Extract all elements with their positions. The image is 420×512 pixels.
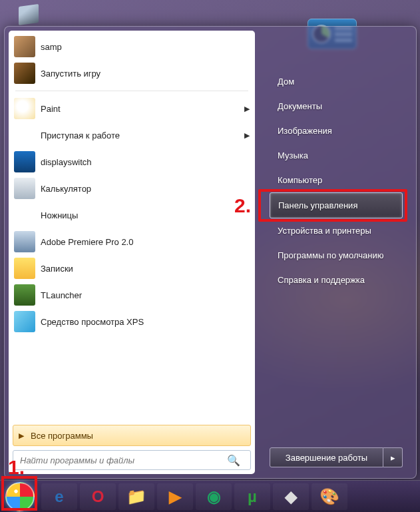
- ic-samp-icon: [14, 36, 35, 57]
- ic-calc-icon: [14, 178, 35, 199]
- right-pane-label: Устройства и принтеры: [278, 226, 371, 236]
- right-pane-label: Документы: [278, 101, 322, 111]
- right-pane-label: Программы по умолчанию: [278, 250, 383, 260]
- taskbar: eO📁▶◉µ◆🎨: [0, 480, 420, 512]
- all-programs-label: Все программы: [31, 431, 93, 441]
- chevron-right-icon: ▸: [391, 453, 395, 463]
- right-pane-item[interactable]: Изображения: [270, 119, 403, 143]
- utorrent-icon[interactable]: µ: [234, 483, 270, 510]
- right-pane-item[interactable]: Справка и поддержка: [270, 268, 403, 292]
- start-menu-left-pane: sampЗапустить игру Paint▶Приступая к раб…: [9, 31, 255, 474]
- search-container: 🔍: [9, 450, 255, 474]
- program-item[interactable]: Adobe Premiere Pro 2.0: [9, 228, 255, 255]
- program-item[interactable]: Записки: [9, 255, 255, 282]
- right-pane-item[interactable]: Панель управления2.: [270, 192, 403, 218]
- start-menu: sampЗапустить игру Paint▶Приступая к раб…: [4, 26, 417, 479]
- search-input[interactable]: [13, 450, 251, 470]
- right-pane-item[interactable]: Документы: [270, 94, 403, 119]
- submenu-arrow-icon: ▶: [244, 131, 250, 140]
- all-programs-button[interactable]: ▶ Все программы: [13, 425, 251, 446]
- search-icon: 🔍: [227, 454, 240, 467]
- right-pane-label: Компьютер: [278, 175, 322, 185]
- arrow-right-icon: ▶: [19, 431, 24, 440]
- program-item[interactable]: Приступая к работе▶: [9, 122, 255, 148]
- right-pane-item[interactable]: Музыка: [270, 143, 403, 168]
- chrome-icon[interactable]: ◉: [196, 483, 232, 510]
- shutdown-options-button[interactable]: ▸: [383, 447, 403, 467]
- program-label: Приступая к работе: [41, 130, 244, 140]
- program-item[interactable]: displayswitch: [9, 148, 255, 175]
- right-pane-label: Музыка: [278, 150, 308, 160]
- ic-start-icon: [14, 125, 35, 146]
- program-label: Запустить игру: [41, 69, 250, 79]
- start-button[interactable]: [5, 482, 35, 511]
- program-item[interactable]: samp: [9, 33, 255, 60]
- program-label: Ножницы: [41, 210, 250, 220]
- annotation-2-label: 2.: [234, 194, 251, 217]
- right-pane-item[interactable]: Устройства и принтеры: [270, 218, 403, 243]
- shutdown-row: Завершение работы ▸: [270, 447, 403, 467]
- ic-xps-icon: [14, 311, 35, 332]
- program-item[interactable]: Ножницы: [9, 202, 255, 228]
- program-label: Записки: [41, 264, 250, 274]
- shutdown-label: Завершение работы: [286, 453, 367, 463]
- program-label: Adobe Premiere Pro 2.0: [41, 237, 250, 247]
- program-item[interactable]: Запустить игру: [9, 60, 255, 87]
- right-pane-label: Справка и поддержка: [278, 275, 365, 285]
- recent-list: Paint▶Приступая к работе▶displayswitchКа…: [9, 93, 255, 422]
- program-item[interactable]: Калькулятор: [9, 175, 255, 202]
- program-label: Paint: [41, 104, 244, 114]
- wmp-icon[interactable]: ▶: [157, 483, 193, 510]
- ic-run-icon: [14, 63, 35, 84]
- program-label: samp: [41, 42, 250, 52]
- annotation-1-label: 1.: [8, 456, 25, 479]
- ic-paint-icon: [14, 98, 35, 119]
- right-pane-label: Изображения: [278, 126, 332, 136]
- explorer-icon[interactable]: 📁: [118, 483, 154, 510]
- opera-icon[interactable]: O: [80, 483, 116, 510]
- program-label: Калькулятор: [41, 184, 250, 194]
- ie-icon[interactable]: e: [41, 483, 77, 510]
- ic-notes-icon: [14, 258, 35, 279]
- right-pane-item[interactable]: Дом: [270, 69, 403, 94]
- ic-premiere-icon: [14, 231, 35, 252]
- unity-icon[interactable]: ◆: [273, 483, 309, 510]
- program-item[interactable]: TLauncher: [9, 282, 255, 308]
- program-item[interactable]: Paint▶: [9, 95, 255, 122]
- right-pane-item[interactable]: Компьютер: [270, 168, 403, 192]
- paint-icon[interactable]: 🎨: [312, 483, 347, 510]
- program-label: displayswitch: [41, 157, 250, 167]
- start-menu-right-pane: ДомДокументыИзображенияМузыкаКомпьютерПа…: [255, 31, 412, 474]
- shutdown-button[interactable]: Завершение работы: [270, 447, 383, 467]
- right-pane-item[interactable]: Программы по умолчанию: [270, 243, 403, 268]
- ic-snip-icon: [14, 204, 35, 226]
- right-pane-label: Панель управления: [278, 200, 357, 210]
- program-item[interactable]: Средство просмотра XPS: [9, 308, 255, 335]
- program-label: Средство просмотра XPS: [41, 317, 250, 327]
- pinned-list: sampЗапустить игру: [9, 31, 255, 89]
- ic-display-icon: [14, 151, 35, 172]
- separator: [15, 91, 248, 91]
- ic-tl-icon: [14, 284, 35, 306]
- program-label: TLauncher: [41, 290, 250, 300]
- recycle-bin-icon[interactable]: [19, 4, 39, 25]
- right-pane-label: Дом: [278, 77, 294, 87]
- submenu-arrow-icon: ▶: [244, 105, 250, 113]
